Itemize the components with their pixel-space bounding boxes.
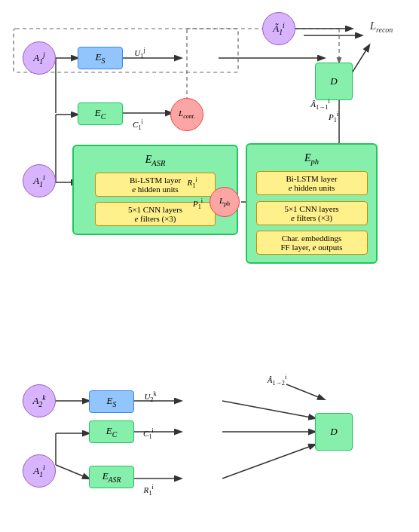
node-EASR: EASR Bi-LSTM layere hidden units 5×1 CNN… <box>72 145 238 235</box>
node-EASR-bot: EASR <box>89 466 134 488</box>
diagram: A1j ES U1j EC Lcont. A1i EASR Bi-LSTM la <box>0 0 419 532</box>
label-U2k: U2k <box>137 389 164 404</box>
node-A2k-label: A2k <box>32 393 45 408</box>
label-R1i-bot: R1i <box>137 482 160 497</box>
svg-line-27 <box>56 465 89 478</box>
node-ES-bot: ES <box>89 390 134 413</box>
node-ES-bot-label: ES <box>107 395 117 408</box>
node-Lcont-label: Lcont. <box>179 109 195 120</box>
node-A1-tilde: Ã1i <box>262 12 295 45</box>
node-Eph: Eph Bi-LSTM layere hidden units 5×1 CNN … <box>246 143 378 264</box>
node-Eph-char: Char. embeddingsFF layer, e outputs <box>256 231 368 255</box>
node-A2k: A2k <box>23 384 56 417</box>
node-EC-top-label: EC <box>95 107 106 121</box>
label-U1j-text: U1j <box>134 47 145 60</box>
node-EC-bot-label: EC <box>106 425 117 439</box>
label-P1i-left-text: P1i <box>193 197 203 210</box>
label-Ahat1to2-text: Â1→2i <box>268 374 287 387</box>
node-Eph-cnn: 5×1 CNN layerse filters (×3) <box>256 201 368 225</box>
arrow-tilde-lrecon <box>295 21 363 36</box>
svg-line-22 <box>222 401 315 418</box>
label-U1j: U1j <box>127 45 153 60</box>
label-Ahat1to2: Â1→2i <box>256 372 298 387</box>
node-A1i-bot: A1i <box>23 454 56 488</box>
node-Lph-label: Lph <box>219 196 230 207</box>
label-P1i-right-text: P1i <box>329 111 338 124</box>
label-C1i-top: C1i <box>127 117 149 132</box>
node-ES-top: ES <box>78 47 123 69</box>
label-Ahat1to1-text: Â1→1i <box>310 98 330 111</box>
label-C1i-bot-text: C1i <box>143 427 154 440</box>
label-R1i-top: R1i <box>181 175 203 190</box>
node-A1-tilde-label: Ã1i <box>273 21 285 36</box>
node-EC-bot: EC <box>89 420 134 443</box>
node-A1i-top: A1i <box>23 164 56 197</box>
svg-line-29 <box>222 445 315 478</box>
label-C1i-top-text: C1i <box>133 118 143 131</box>
arrows-svg <box>0 0 419 532</box>
node-Lcont: Lcont. <box>170 98 203 131</box>
node-Eph-lstm: Bi-LSTM layere hidden units <box>256 171 368 195</box>
node-ES-top-label: ES <box>96 51 106 65</box>
node-D-top-label: D <box>330 75 337 87</box>
node-A1j-label: A1j <box>33 50 45 66</box>
node-A1j: A1j <box>23 41 56 75</box>
node-D-top: D <box>315 63 353 100</box>
node-A1i-top-label: A1i <box>33 173 45 188</box>
svg-line-11 <box>350 45 369 75</box>
node-EASR-title: EASR <box>145 154 166 167</box>
label-C1i-bot: C1i <box>137 426 160 441</box>
label-U2k-text: U2k <box>144 390 156 403</box>
node-Lph: Lph <box>210 187 240 217</box>
label-P1i-left: P1i <box>188 196 207 211</box>
node-EC-top: EC <box>78 102 123 125</box>
node-EASR-bot-label: EASR <box>102 470 121 484</box>
node-A1i-bot-label: A1i <box>33 463 45 478</box>
label-R1i-top-text: R1i <box>187 176 197 189</box>
label-Ahat1to1: Â1→1i <box>301 96 339 112</box>
node-D-bot-label: D <box>330 426 337 438</box>
label-Lrecon-text: Lrecon <box>370 20 393 34</box>
node-Eph-title: Eph <box>304 152 319 166</box>
label-P1i-right: P1i <box>324 109 343 124</box>
node-D-bot: D <box>315 413 353 451</box>
label-R1i-bot-text: R1i <box>143 484 153 497</box>
